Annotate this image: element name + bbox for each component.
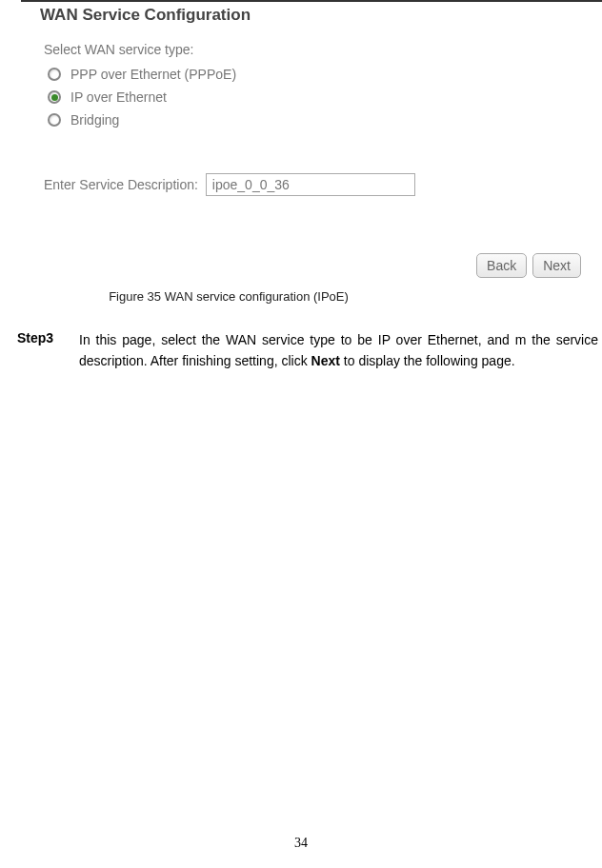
wan-config-panel: WAN Service Configuration Select WAN ser… [21,0,602,278]
button-row: Back Next [40,253,583,278]
back-button[interactable]: Back [476,253,527,278]
service-description-row: Enter Service Description: [44,173,583,196]
radio-icon[interactable] [48,90,61,104]
radio-label-pppoe: PPP over Ethernet (PPPoE) [70,67,236,82]
step-text: In this page, select the WAN service typ… [79,330,598,371]
page-number: 34 [0,836,602,851]
panel-title: WAN Service Configuration [40,6,583,25]
step-text-post: to display the following page. [340,353,515,368]
radio-option-bridging[interactable]: Bridging [48,112,583,128]
radio-label-bridging: Bridging [70,112,119,128]
select-service-label: Select WAN service type: [44,42,583,57]
step-text-bold: Next [311,353,340,368]
radio-label-ipoe: IP over Ethernet [70,89,167,105]
radio-option-pppoe[interactable]: PPP over Ethernet (PPPoE) [48,67,583,82]
step-section: Step3 In this page, select the WAN servi… [17,330,598,371]
radio-icon[interactable] [48,113,61,127]
step-label: Step3 [17,330,79,371]
service-description-input[interactable] [206,173,415,196]
next-button[interactable]: Next [532,253,581,278]
figure-caption: Figure 35 WAN service configuration (IPo… [48,289,410,304]
radio-option-ipoe[interactable]: IP over Ethernet [48,89,583,105]
service-description-label: Enter Service Description: [44,177,198,192]
radio-icon[interactable] [48,68,61,81]
